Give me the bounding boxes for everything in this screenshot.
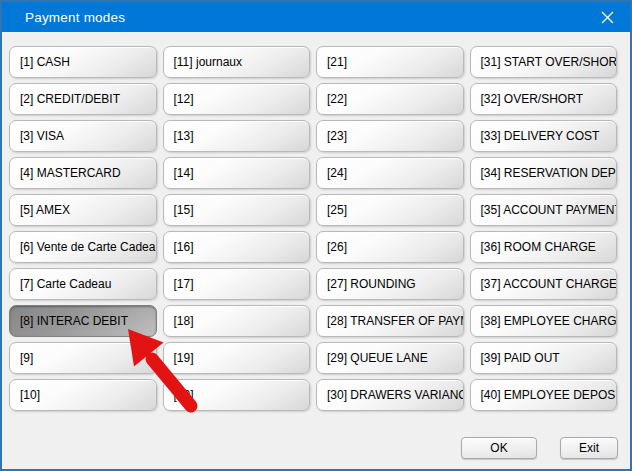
payment-mode-button-11[interactable]: [11] journaux [163,46,311,78]
payment-mode-button-34[interactable]: [34] RESERVATION DEPOS [470,157,618,189]
payment-mode-button-15[interactable]: [15] [163,194,311,226]
payment-mode-button-25[interactable]: [25] [316,194,464,226]
payment-mode-button-40[interactable]: [40] EMPLOYEE DEPOSIT [470,379,618,411]
payment-mode-button-35[interactable]: [35] ACCOUNT PAYMENT [470,194,618,226]
payment-mode-button-14[interactable]: [14] [163,157,311,189]
payment-column-1: [1] CASH[2] CREDIT/DEBIT[3] VISA[4] MAST… [9,46,157,411]
payment-mode-button-13[interactable]: [13] [163,120,311,152]
payment-mode-button-17[interactable]: [17] [163,268,311,300]
payment-mode-button-24[interactable]: [24] [316,157,464,189]
payment-mode-button-28[interactable]: [28] TRANSFER OF PAYMEI [316,305,464,337]
payment-mode-button-8[interactable]: [8] INTERAC DEBIT [9,305,157,337]
payment-mode-button-3[interactable]: [3] VISA [9,120,157,152]
footer-buttons: OK Exit [461,437,618,459]
title-bar: Payment modes [2,2,630,32]
window-title: Payment modes [2,10,125,25]
payment-mode-button-5[interactable]: [5] AMEX [9,194,157,226]
payment-mode-button-23[interactable]: [23] [316,120,464,152]
payment-mode-button-16[interactable]: [16] [163,231,311,263]
payment-mode-button-7[interactable]: [7] Carte Cadeau [9,268,157,300]
payment-mode-button-12[interactable]: [12] [163,83,311,115]
payment-mode-button-6[interactable]: [6] Vente de Carte Cadeau [9,231,157,263]
payment-mode-button-22[interactable]: [22] [316,83,464,115]
payment-modes-dialog: Payment modes [1] CASH[2] CREDIT/DEBIT[3… [0,0,632,471]
payment-mode-button-2[interactable]: [2] CREDIT/DEBIT [9,83,157,115]
payment-mode-button-36[interactable]: [36] ROOM CHARGE [470,231,618,263]
payment-column-4: [31] START OVER/SHORT[32] OVER/SHORT[33]… [470,46,618,411]
payment-mode-button-18[interactable]: [18] [163,305,311,337]
payment-mode-button-32[interactable]: [32] OVER/SHORT [470,83,618,115]
close-button[interactable] [585,2,630,32]
payment-mode-button-38[interactable]: [38] EMPLOYEE CHARGE [470,305,618,337]
payment-mode-button-4[interactable]: [4] MASTERCARD [9,157,157,189]
dialog-content: [1] CASH[2] CREDIT/DEBIT[3] VISA[4] MAST… [2,32,630,469]
payment-mode-button-27[interactable]: [27] ROUNDING [316,268,464,300]
payment-column-2: [11] journaux[12][13][14][15][16][17][18… [163,46,311,411]
ok-button[interactable]: OK [461,437,537,459]
payment-mode-button-1[interactable]: [1] CASH [9,46,157,78]
payment-mode-button-39[interactable]: [39] PAID OUT [470,342,618,374]
payment-mode-button-21[interactable]: [21] [316,46,464,78]
payment-mode-button-30[interactable]: [30] DRAWERS VARIANCE [316,379,464,411]
payment-mode-button-9[interactable]: [9] [9,342,157,374]
exit-button[interactable]: Exit [560,437,618,459]
payment-mode-button-37[interactable]: [37] ACCOUNT CHARGE [470,268,618,300]
close-icon [601,11,614,24]
payment-mode-button-20[interactable]: [20] [163,379,311,411]
payment-mode-button-19[interactable]: [19] [163,342,311,374]
payment-mode-button-29[interactable]: [29] QUEUE LANE [316,342,464,374]
payment-mode-button-33[interactable]: [33] DELIVERY COST [470,120,618,152]
payment-mode-button-10[interactable]: [10] [9,379,157,411]
payment-grid: [1] CASH[2] CREDIT/DEBIT[3] VISA[4] MAST… [9,46,617,411]
payment-mode-button-31[interactable]: [31] START OVER/SHORT [470,46,618,78]
payment-column-3: [21][22][23][24][25][26][27] ROUNDING[28… [316,46,464,411]
payment-mode-button-26[interactable]: [26] [316,231,464,263]
